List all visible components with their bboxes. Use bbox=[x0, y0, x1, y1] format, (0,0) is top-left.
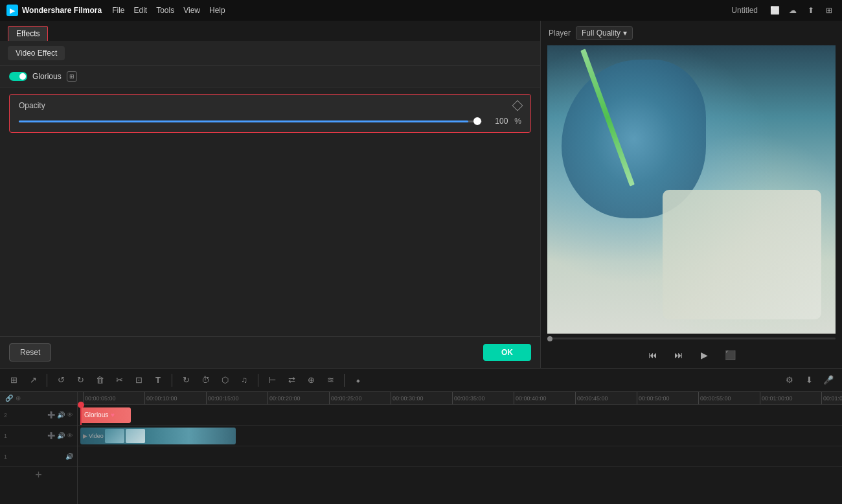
quality-dropdown-icon: ▾ bbox=[623, 29, 627, 38]
app-title: Untitled bbox=[731, 6, 758, 15]
timeline-left: 🔗 ⊕ 2 ➕ 🔊 👁 1 ➕ 🔊 👁 bbox=[0, 392, 78, 504]
menu-view[interactable]: View bbox=[183, 6, 200, 15]
ruler-mark-6: 00:00:30:00 bbox=[391, 392, 452, 404]
tl-tool-extra[interactable]: ⬥ bbox=[350, 372, 367, 389]
tl-track-effect-icons: ➕ 🔊 👁 bbox=[47, 411, 73, 418]
tl-link-icon[interactable]: 🔗 bbox=[5, 395, 13, 402]
tl-tool-transform[interactable]: ⇄ bbox=[283, 372, 300, 389]
opacity-slider-row: 100 % bbox=[19, 117, 521, 126]
app-logo: ▶ Wondershare Filmora bbox=[6, 5, 102, 16]
app-logo-icon: ▶ bbox=[6, 5, 18, 16]
tl-tool-wrap[interactable]: ⊕ bbox=[302, 372, 319, 389]
tl-track-label-effect: 2 ➕ 🔊 👁 bbox=[0, 405, 77, 426]
panel-content-area bbox=[0, 139, 540, 336]
progress-dot[interactable] bbox=[547, 336, 552, 341]
panel-tabs: Effects bbox=[0, 21, 540, 41]
tl-track-video-speaker-icon[interactable]: 🔊 bbox=[57, 432, 65, 439]
ruler-marks: 00:00:05:00 00:00:10:00 00:00:15:00 00:0… bbox=[78, 392, 842, 404]
win-share-icon[interactable]: ⬆ bbox=[804, 4, 817, 17]
player-quality-select[interactable]: Full Quality ▾ bbox=[576, 26, 633, 40]
tl-track-video-add-icon[interactable]: ➕ bbox=[47, 432, 55, 439]
timeline-tracks: Glorious ♥ ▶ Video bbox=[78, 405, 842, 467]
ruler-mark-8: 00:00:40:00 bbox=[514, 392, 575, 404]
progress-track[interactable] bbox=[547, 338, 836, 339]
player-label: Player bbox=[549, 29, 571, 38]
menu-file[interactable]: File bbox=[112, 6, 124, 15]
menu-help[interactable]: Help bbox=[209, 6, 225, 15]
effect-header: Glorious ⊞ bbox=[0, 66, 540, 87]
tl-chain-icon[interactable]: ⊕ bbox=[16, 395, 21, 402]
tl-tool-text[interactable]: T bbox=[150, 372, 166, 389]
ruler-mark-9: 00:00:45:00 bbox=[575, 392, 637, 404]
ok-button[interactable]: OK bbox=[483, 344, 531, 361]
window-controls: ⬜ ☁ ⬆ ⊞ bbox=[768, 4, 836, 17]
effect-info-icon[interactable]: ⊞ bbox=[67, 71, 77, 82]
tl-tool-audio[interactable]: ♫ bbox=[236, 372, 253, 389]
tl-tool-crop[interactable]: ⊡ bbox=[130, 372, 147, 389]
win-cloud-icon[interactable]: ☁ bbox=[786, 4, 799, 17]
tl-track-speaker-icon[interactable]: 🔊 bbox=[57, 411, 65, 418]
tab-effects[interactable]: Effects bbox=[8, 26, 48, 41]
reset-button[interactable]: Reset bbox=[9, 343, 51, 361]
effect-clip-glorious[interactable]: Glorious ♥ bbox=[80, 407, 131, 423]
win-monitor-icon[interactable]: ⬜ bbox=[768, 4, 781, 17]
tl-separator-1 bbox=[47, 374, 47, 387]
tl-track-video-eye-icon[interactable]: 👁 bbox=[67, 432, 73, 439]
timeline-main[interactable]: 00:00:05:00 00:00:10:00 00:00:15:00 00:0… bbox=[78, 392, 842, 504]
tl-separator-2 bbox=[172, 374, 172, 387]
tl-track-audio-icons: 🔊 bbox=[65, 453, 73, 460]
tl-tool-wave[interactable]: ≋ bbox=[322, 372, 339, 389]
skip-back-button[interactable]: ⏮ bbox=[645, 347, 661, 363]
tl-tool-speed[interactable]: ⏱ bbox=[197, 372, 214, 389]
right-panel: Player Full Quality ▾ ⏮ ⏭ ▶ bbox=[541, 21, 842, 368]
tl-left-header: 🔗 ⊕ bbox=[0, 392, 77, 405]
ruler-mark-11: 00:00:55:00 bbox=[698, 392, 760, 404]
tl-tool-delete[interactable]: 🗑 bbox=[91, 372, 108, 389]
ruler-mark-10: 00:00:50:00 bbox=[637, 392, 698, 404]
tl-track-add-icon[interactable]: ➕ bbox=[47, 411, 55, 418]
frame-back-button[interactable]: ⏭ bbox=[671, 347, 687, 363]
tl-tool-rotate[interactable]: ↻ bbox=[177, 372, 194, 389]
tl-separator-3 bbox=[258, 374, 258, 387]
video-clip-label: Video bbox=[89, 433, 104, 439]
ruler-mark-1: 00:00:05:00 bbox=[83, 392, 144, 404]
tl-tool-split[interactable]: ⊢ bbox=[264, 372, 280, 389]
tab-video-effect[interactable]: Video Effect bbox=[8, 46, 65, 60]
tl-tool-settings[interactable]: ⚙ bbox=[781, 372, 798, 389]
fullscreen-button[interactable]: ⬛ bbox=[723, 347, 738, 363]
ruler-mark-2: 00:00:10:00 bbox=[144, 392, 206, 404]
win-layout-icon[interactable]: ⊞ bbox=[823, 4, 836, 17]
tl-tool-cut[interactable]: ✂ bbox=[111, 372, 128, 389]
tl-tool-mask[interactable]: ⬡ bbox=[216, 372, 233, 389]
tl-track-label-audio: 1 🔊 bbox=[0, 446, 77, 467]
menu-edit[interactable]: Edit bbox=[133, 6, 147, 15]
opacity-section: Opacity 100 % bbox=[9, 94, 531, 133]
menu-tools[interactable]: Tools bbox=[156, 6, 174, 15]
player-controls: ⏮ ⏭ ▶ ⬛ bbox=[541, 343, 842, 368]
video-thumbnail-2 bbox=[126, 429, 145, 443]
player-quality-label: Full Quality bbox=[582, 29, 620, 38]
effect-toggle[interactable] bbox=[9, 72, 27, 81]
opacity-value: 100 bbox=[488, 117, 508, 126]
tl-tool-mic[interactable]: 🎤 bbox=[820, 372, 837, 389]
video-preview bbox=[547, 45, 836, 334]
tl-track-audio-speaker-icon[interactable]: 🔊 bbox=[65, 453, 73, 460]
tl-track-eye-icon[interactable]: 👁 bbox=[67, 411, 73, 418]
tl-tool-download[interactable]: ⬇ bbox=[801, 372, 817, 389]
tl-tool-scenes[interactable]: ⊞ bbox=[5, 372, 22, 389]
tl-tool-undo[interactable]: ↺ bbox=[52, 372, 69, 389]
tl-effect-track-row: Glorious ♥ bbox=[78, 405, 842, 426]
ruler-mark-13: 00:01:05:00 bbox=[821, 392, 842, 404]
keyframe-icon[interactable] bbox=[512, 100, 523, 111]
timeline-toolbar: ⊞ ↗ ↺ ↻ 🗑 ✂ ⊡ T ↻ ⏱ ⬡ ♫ ⊢ ⇄ ⊕ ≋ ⬥ ⚙ ⬇ 🎤 bbox=[0, 369, 842, 392]
tl-track-label-video: 1 ➕ 🔊 👁 bbox=[0, 426, 77, 446]
opacity-slider-thumb[interactable] bbox=[473, 117, 481, 125]
tl-video-track-row: ▶ Video bbox=[78, 426, 842, 446]
video-clip[interactable]: ▶ Video bbox=[80, 428, 236, 444]
tl-tool-redo[interactable]: ↻ bbox=[72, 372, 89, 389]
play-button[interactable]: ▶ bbox=[697, 347, 712, 363]
opacity-header: Opacity bbox=[19, 101, 521, 110]
tl-tool-select[interactable]: ↗ bbox=[25, 372, 41, 389]
opacity-slider-track[interactable] bbox=[19, 120, 482, 122]
tl-add-track-button[interactable]: + bbox=[0, 467, 77, 483]
